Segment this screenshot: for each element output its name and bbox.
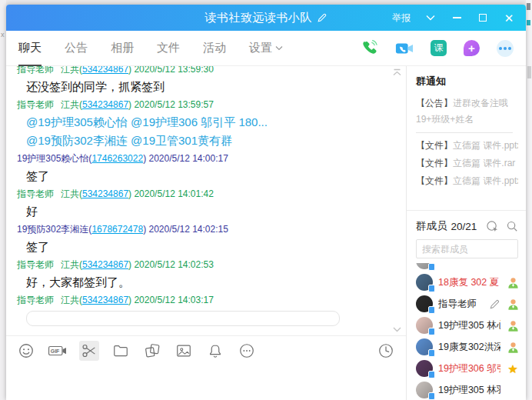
chat-toolbar: GIF <box>6 335 406 365</box>
scroll-to-top-icon[interactable] <box>392 68 402 77</box>
member-rank-person-icon <box>506 319 520 332</box>
add-icon-bubble: + <box>464 40 480 56</box>
mobile-online-badge <box>428 306 435 314</box>
folder-icon[interactable] <box>111 341 131 361</box>
members-header: 群成员 20/21 <box>407 211 526 238</box>
member-name: 18康复 302 夏 <box>438 276 500 289</box>
message-mention-text: @19预防302李湘连 @19卫管301黄有群 <box>26 132 386 148</box>
group-title: 读书社致远读书小队 <box>204 11 312 25</box>
mobile-online-badge <box>428 328 435 335</box>
tab-settings[interactable]: 设置 <box>249 31 283 66</box>
edit-title-icon[interactable] <box>317 12 328 23</box>
chevron-down-icon <box>275 45 283 51</box>
member-avatar <box>416 317 433 334</box>
message-header: 指导老师江共(534234867) 2020/5/12 14:02:53 <box>17 258 386 272</box>
tab-announcement[interactable]: 公告 <box>65 31 88 66</box>
file-notice-item[interactable]: 【文件】立德篇 课件.pptx <box>416 172 518 190</box>
member-row[interactable]: 指导老师 <box>416 293 520 315</box>
tab-label: 相册 <box>111 41 134 55</box>
video-call-icon[interactable] <box>395 41 414 56</box>
sender-group-title: 指导老师 <box>17 66 54 75</box>
member-row[interactable]: 19护理305 林心 <box>416 315 520 336</box>
gif-icon[interactable]: GIF <box>48 341 68 361</box>
close-button[interactable]: ✕ <box>503 12 515 24</box>
member-search-input[interactable] <box>416 239 518 258</box>
tab-label: 文件 <box>157 41 180 55</box>
image-icon[interactable] <box>174 341 194 361</box>
sender-qq-link[interactable]: 534234867 <box>82 66 128 75</box>
sender-group-title: 指导老师 <box>17 259 54 270</box>
member-row[interactable]: 19康复302洪深 <box>416 336 520 358</box>
file-name: 立德篇 课件.pptx <box>453 140 518 151</box>
emoji-icon[interactable] <box>16 341 36 361</box>
announcement-label: 【公告】 <box>416 98 453 108</box>
member-row[interactable] <box>416 263 520 272</box>
file-notice-item[interactable]: 【文件】立德篇 课件.pptx <box>416 137 518 155</box>
titlebar-menu-caret-icon[interactable] <box>424 12 437 24</box>
maximize-button[interactable] <box>477 12 489 24</box>
message-text: 签了 <box>26 238 386 255</box>
sender-name: 19护理305赖心怡( <box>17 153 91 164</box>
sender-qq-link[interactable]: 534234867 <box>82 295 128 305</box>
tab-activities[interactable]: 活动 <box>203 31 226 66</box>
class-icon[interactable]: 课 <box>431 40 447 56</box>
message-header: 指导老师江共(534234867) 2020/5/12 14:01:42 <box>17 187 386 201</box>
tab-list: 聊天公告相册文件活动设置 <box>18 31 306 66</box>
sender-qq-link[interactable]: 534234867 <box>82 188 128 199</box>
desktop-edge-left: x <box>0 0 6 400</box>
message-time: 2020/5/12 14:00:17 <box>148 153 228 164</box>
message-header: 指导老师江共(534234867) 2020/5/12 14:03:17 <box>17 293 386 307</box>
tab-chat[interactable]: 聊天 <box>18 31 42 66</box>
minimize-button[interactable] <box>451 12 463 24</box>
member-rank-person-icon <box>506 298 520 311</box>
member-rank-star-icon: ★ <box>506 363 520 375</box>
file-label: 【文件】 <box>416 158 453 168</box>
sender-qq-link[interactable]: 1678672478 <box>91 224 143 235</box>
desktop-icon-fragment <box>527 20 530 25</box>
member-avatar <box>416 295 433 312</box>
message-time: 2020/5/12 14:03:17 <box>134 295 213 305</box>
edit-name-icon[interactable] <box>489 298 500 310</box>
clipped-message-bubble <box>26 311 340 326</box>
announcement-line2: 19+班级+姓名 <box>416 112 518 128</box>
add-icon[interactable]: + <box>464 40 480 56</box>
side-panel: 群通知 【公告】进群改备注哦 19+班级+姓名 【文件】立德篇 课件.pptx【… <box>407 66 526 400</box>
sender-name: 江共( <box>61 188 82 199</box>
invite-member-icon[interactable] <box>486 220 499 233</box>
member-row[interactable]: 19护理306 邬引★ <box>416 358 520 379</box>
message-history-icon[interactable] <box>376 341 396 361</box>
desktop-edge-right <box>526 0 532 400</box>
search-members-icon[interactable] <box>506 220 518 232</box>
announcement-item[interactable]: 【公告】进群改备注哦 <box>416 95 518 112</box>
voice-call-icon[interactable] <box>361 39 378 57</box>
message-list[interactable]: 指导老师江共(534234867) 2020/5/12 13:59:30还没签到… <box>6 66 406 335</box>
titlebar[interactable]: 读书社致远读书小队 举报 ✕ <box>6 5 526 31</box>
message-header: 19预防302李湘连(1678672478) 2020/5/12 14:02:1… <box>17 222 386 236</box>
more-icon[interactable] <box>237 341 257 361</box>
sender-qq-link[interactable]: 1746263022 <box>91 153 143 164</box>
class-icon-badge: 课 <box>431 40 447 56</box>
file-notice-item[interactable]: 【文件】立德篇 课件.rar <box>416 155 518 172</box>
member-row[interactable]: 18康复 302 夏 <box>416 272 520 293</box>
tab-files[interactable]: 文件 <box>157 31 180 66</box>
tab-label: 公告 <box>65 41 88 55</box>
scroll-to-bottom-icon[interactable] <box>392 326 402 333</box>
mobile-online-badge <box>428 285 435 292</box>
sender-qq-link[interactable]: 534234867 <box>82 99 128 110</box>
notice-divider <box>416 132 513 133</box>
report-button[interactable]: 举报 <box>392 12 411 25</box>
member-row[interactable]: 19护理305 林羽晴 <box>416 379 520 400</box>
shake-window-icon[interactable] <box>142 341 162 361</box>
announcement-text: 进群改备注哦 <box>453 98 508 108</box>
member-name: 19护理305 林心 <box>438 319 500 332</box>
member-list[interactable]: 18康复 302 夏指导老师19护理305 林心19康复302洪深19护理306… <box>407 263 526 400</box>
sender-qq-link[interactable]: 534234867 <box>82 259 128 270</box>
tab-album[interactable]: 相册 <box>111 31 134 66</box>
mobile-online-badge <box>428 263 435 271</box>
more-icon[interactable] <box>497 40 514 57</box>
message-input[interactable] <box>6 365 406 400</box>
sender-name: 江共( <box>61 259 82 270</box>
screenshot-icon[interactable] <box>79 341 99 361</box>
file-label: 【文件】 <box>416 175 453 186</box>
bell-icon[interactable] <box>205 341 225 361</box>
